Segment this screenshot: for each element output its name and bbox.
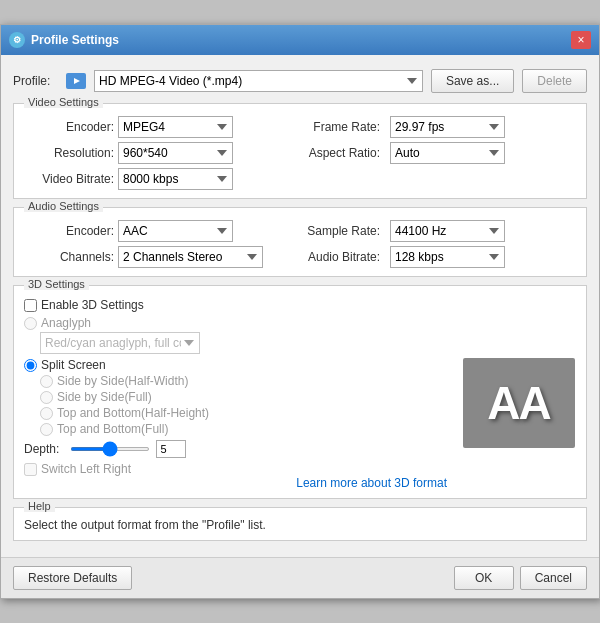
dialog-footer: Restore Defaults OK Cancel	[1, 557, 599, 598]
audio-encoder-pair: Encoder: AAC	[24, 220, 300, 242]
audio-settings-content: Encoder: AAC Sample Rate: 44100 Hz Chann…	[14, 208, 586, 276]
restore-defaults-button[interactable]: Restore Defaults	[13, 566, 132, 590]
footer-right-buttons: OK Cancel	[454, 566, 587, 590]
aa-preview-text: AA	[487, 376, 549, 430]
aspect-ratio-pair: Aspect Ratio: Auto	[300, 142, 576, 164]
help-content: Select the output format from the "Profi…	[14, 508, 586, 540]
resolution-label: Resolution:	[24, 146, 114, 160]
depth-label: Depth:	[24, 442, 64, 456]
video-bitrate-label: Video Bitrate:	[24, 172, 114, 186]
sample-rate-label: Sample Rate:	[300, 224, 380, 238]
title-bar-left: ⚙ Profile Settings	[9, 32, 119, 48]
frame-rate-label: Frame Rate:	[300, 120, 380, 134]
video-settings-title: Video Settings	[24, 96, 103, 108]
delete-button[interactable]: Delete	[522, 69, 587, 93]
anaglyph-radio-row: Anaglyph	[24, 316, 451, 330]
audio-encoder-select[interactable]: AAC	[118, 220, 233, 242]
side-by-side-full-row: Side by Side(Full)	[40, 390, 451, 404]
side-by-side-full-radio[interactable]	[40, 391, 53, 404]
enable-3d-label: Enable 3D Settings	[41, 298, 144, 312]
anaglyph-label: Anaglyph	[41, 316, 91, 330]
save-as-button[interactable]: Save as...	[431, 69, 514, 93]
split-screen-radio[interactable]	[24, 359, 37, 372]
help-text: Select the output format from the "Profi…	[24, 518, 266, 532]
channels-label: Channels:	[24, 250, 114, 264]
encoder-pair: Encoder: MPEG4	[24, 116, 300, 138]
sample-rate-pair: Sample Rate: 44100 Hz	[300, 220, 576, 242]
app-icon-symbol: ⚙	[13, 35, 21, 45]
channels-select[interactable]: 2 Channels Stereo	[118, 246, 263, 268]
app-icon: ⚙	[9, 32, 25, 48]
video-settings-content: Encoder: MPEG4 Frame Rate: 29.97 fps Res…	[14, 104, 586, 198]
depth-spinner[interactable]	[156, 440, 186, 458]
sample-rate-select[interactable]: 44100 Hz	[390, 220, 505, 242]
ok-button[interactable]: OK	[454, 566, 514, 590]
top-bottom-half-radio[interactable]	[40, 407, 53, 420]
audio-bitrate-label: Audio Bitrate:	[300, 250, 380, 264]
dialog-content: Profile: HD MPEG-4 Video (*.mp4) Save as…	[1, 55, 599, 557]
side-by-side-half-row: Side by Side(Half-Width)	[40, 374, 451, 388]
split-screen-label: Split Screen	[41, 358, 106, 372]
anaglyph-select[interactable]: Red/cyan anaglyph, full color	[40, 332, 200, 354]
audio-settings-section: Audio Settings Encoder: AAC Sample Rate:…	[13, 207, 587, 277]
learn-more-link[interactable]: Learn more about 3D format	[296, 476, 447, 490]
enable-3d-row: Enable 3D Settings	[24, 298, 576, 312]
frame-rate-pair: Frame Rate: 29.97 fps	[300, 116, 576, 138]
cancel-button[interactable]: Cancel	[520, 566, 587, 590]
switch-left-right-label: Switch Left Right	[41, 462, 131, 476]
aspect-ratio-label: Aspect Ratio:	[300, 146, 380, 160]
video-settings-grid: Encoder: MPEG4 Frame Rate: 29.97 fps Res…	[24, 116, 576, 190]
three-d-left-panel: Anaglyph Red/cyan anaglyph, full color S…	[24, 316, 451, 490]
switch-left-right-checkbox[interactable]	[24, 463, 37, 476]
audio-bitrate-pair: Audio Bitrate: 128 kbps	[300, 246, 576, 268]
anaglyph-radio[interactable]	[24, 317, 37, 330]
profile-select[interactable]: HD MPEG-4 Video (*.mp4)	[94, 70, 423, 92]
side-by-side-full-label: Side by Side(Full)	[57, 390, 152, 404]
top-bottom-half-label: Top and Bottom(Half-Height)	[57, 406, 209, 420]
depth-row: Depth:	[24, 440, 451, 458]
three-d-settings-content: Enable 3D Settings Anaglyph Red/cyan ana…	[14, 286, 586, 498]
help-section: Help Select the output format from the "…	[13, 507, 587, 541]
dialog-title: Profile Settings	[31, 33, 119, 47]
video-bitrate-select[interactable]: 8000 kbps	[118, 168, 233, 190]
audio-encoder-label: Encoder:	[24, 224, 114, 238]
profile-settings-dialog: ⚙ Profile Settings × Profile: HD MPEG-4 …	[0, 24, 600, 599]
top-bottom-full-label: Top and Bottom(Full)	[57, 422, 168, 436]
channels-pair: Channels: 2 Channels Stereo	[24, 246, 300, 268]
anaglyph-select-row: Red/cyan anaglyph, full color	[24, 332, 451, 354]
profile-label: Profile:	[13, 74, 58, 88]
video-bitrate-pair: Video Bitrate: 8000 kbps	[24, 168, 300, 190]
aa-preview: AA	[463, 358, 575, 448]
resolution-select[interactable]: 960*540	[118, 142, 233, 164]
enable-3d-checkbox[interactable]	[24, 299, 37, 312]
title-bar: ⚙ Profile Settings ×	[1, 25, 599, 55]
top-bottom-full-row: Top and Bottom(Full)	[40, 422, 451, 436]
help-title: Help	[24, 500, 55, 512]
split-screen-radio-row: Split Screen	[24, 358, 451, 372]
audio-bitrate-select[interactable]: 128 kbps	[390, 246, 505, 268]
three-d-settings-section: 3D Settings Enable 3D Settings Anaglyph	[13, 285, 587, 499]
depth-slider[interactable]	[70, 447, 150, 451]
learn-more-row: Learn more about 3D format	[24, 476, 451, 490]
three-d-preview-panel: AA	[461, 316, 576, 490]
switch-left-right-row: Switch Left Right	[24, 462, 451, 476]
sub-radio-group: Side by Side(Half-Width) Side by Side(Fu…	[40, 374, 451, 436]
three-d-settings-title: 3D Settings	[24, 278, 89, 290]
profile-icon	[66, 73, 86, 89]
encoder-select[interactable]: MPEG4	[118, 116, 233, 138]
top-bottom-full-radio[interactable]	[40, 423, 53, 436]
audio-settings-title: Audio Settings	[24, 200, 103, 212]
frame-rate-select[interactable]: 29.97 fps	[390, 116, 505, 138]
close-button[interactable]: ×	[571, 31, 591, 49]
top-bottom-half-row: Top and Bottom(Half-Height)	[40, 406, 451, 420]
resolution-pair: Resolution: 960*540	[24, 142, 300, 164]
side-by-side-half-radio[interactable]	[40, 375, 53, 388]
aspect-ratio-select[interactable]: Auto	[390, 142, 505, 164]
three-d-layout: Anaglyph Red/cyan anaglyph, full color S…	[24, 316, 576, 490]
side-by-side-half-label: Side by Side(Half-Width)	[57, 374, 188, 388]
video-row3-placeholder	[300, 168, 576, 190]
profile-row: Profile: HD MPEG-4 Video (*.mp4) Save as…	[13, 63, 587, 99]
audio-settings-grid: Encoder: AAC Sample Rate: 44100 Hz Chann…	[24, 220, 576, 268]
video-settings-section: Video Settings Encoder: MPEG4 Frame Rate…	[13, 103, 587, 199]
encoder-label: Encoder:	[24, 120, 114, 134]
